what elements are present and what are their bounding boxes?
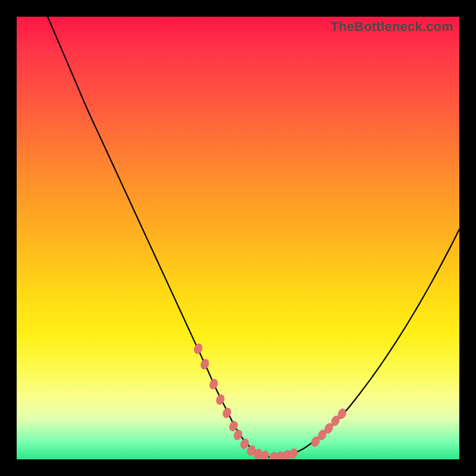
curve-marker (221, 406, 232, 419)
curve-marker (199, 358, 210, 371)
chart-frame: TheBottleneck.com (0, 0, 476, 476)
curve-marker (208, 378, 219, 390)
plot-area: TheBottleneck.com (17, 17, 459, 459)
curve-marker (215, 393, 226, 406)
marker-layer (17, 17, 459, 459)
watermark-text: TheBottleneck.com (331, 19, 453, 35)
curve-marker (193, 343, 203, 355)
